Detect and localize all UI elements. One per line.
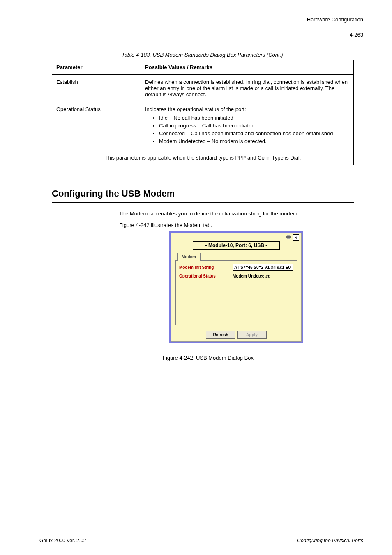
cell-desc: Defines when a connection is established… (141, 75, 354, 102)
page-number: 4-263 (39, 32, 363, 38)
list-item: Modem Undetected – No modem is detected. (159, 138, 349, 144)
svg-rect-0 (286, 236, 291, 238)
init-string-input[interactable]: AT S7=45 S0=2 V1 X4 &c1 E0 (233, 264, 293, 271)
section-line-1: The Modem tab enables you to define the … (119, 210, 349, 217)
table-footer-note: This parameter is applicable when the st… (52, 150, 354, 165)
footer-left: Gmux-2000 Ver. 2.02 (39, 538, 86, 543)
op-status-list: Idle – No call has been initiated Call i… (159, 115, 349, 144)
table-row: Establish Defines when a connection is e… (52, 75, 354, 102)
svg-rect-1 (287, 235, 290, 236)
table-footer-row: This parameter is applicable when the st… (52, 150, 354, 165)
refresh-button[interactable]: Refresh (206, 331, 235, 339)
parameters-table: Parameter Possible Values / Remarks Esta… (52, 60, 354, 165)
col-header-parameter: Parameter (52, 60, 141, 75)
modem-dialog: × • Module-10, Port: 6, USB • Modem Mode… (169, 231, 303, 343)
cell-param: Establish (52, 75, 141, 102)
op-status-label: Operational Status (179, 274, 233, 278)
list-item: Call in progress – Call has been initiat… (159, 123, 349, 129)
close-icon[interactable]: × (293, 234, 299, 241)
init-string-label: Modem Init String (179, 265, 233, 270)
dialog-panel: Modem Init String AT S7=45 S0=2 V1 X4 &c… (175, 260, 297, 325)
cell-param: Operational Status (52, 102, 141, 150)
print-icon[interactable] (286, 234, 291, 240)
list-item: Idle – No call has been initiated (159, 115, 349, 121)
section-line-2: Figure 4-242 illustrates the Modem tab. (119, 222, 349, 229)
apply-button[interactable]: Apply (237, 331, 267, 339)
section-heading: Configuring the USB Modem (52, 188, 363, 199)
page-header-right: Hardware Configuration (39, 16, 363, 23)
op-status-intro: Indicates the operational status of the … (145, 106, 349, 112)
svg-rect-2 (287, 238, 290, 239)
tab-modem[interactable]: Modem (177, 253, 201, 261)
figure-caption: Figure 4-242. USB Modem Dialog Box (163, 355, 363, 361)
footer-right: Configuring the Physical Ports (297, 538, 363, 543)
table-header-row: Parameter Possible Values / Remarks (52, 60, 354, 75)
col-header-remarks: Possible Values / Remarks (141, 60, 354, 75)
table-caption: Table 4-183. USB Modem Standards Dialog … (122, 52, 363, 58)
table-row: Operational Status Indicates the operati… (52, 102, 354, 150)
cell-desc: Indicates the operational status of the … (141, 102, 354, 150)
list-item: Connected – Call has been initiated and … (159, 130, 349, 136)
dialog-title: • Module-10, Port: 6, USB • (193, 241, 280, 250)
op-status-value: Modem Undetected (233, 274, 270, 278)
section-rule (52, 202, 354, 203)
